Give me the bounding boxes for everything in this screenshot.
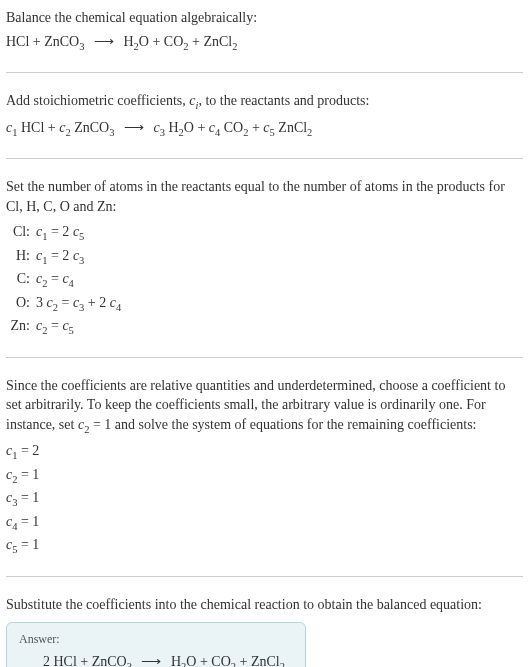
divider xyxy=(6,357,523,358)
coeff-row: c5 = 1 xyxy=(6,535,523,557)
balanced-equation: 2 HCl + ZnCO3 ⟶ H2O + CO2 + ZnCl2 xyxy=(19,652,293,667)
instruction-text: Set the number of atoms in the reactants… xyxy=(6,177,523,216)
atom-row: H: c1 = 2 c3 xyxy=(10,246,523,268)
constraint-equation: c2 = c4 xyxy=(36,269,74,291)
constraint-equation: 3 c2 = c3 + 2 c4 xyxy=(36,293,121,315)
divider xyxy=(6,576,523,577)
divider xyxy=(6,158,523,159)
atom-row: C: c2 = c4 xyxy=(10,269,523,291)
coeff-row: c1 = 2 xyxy=(6,441,523,463)
instruction-text: Since the coefficients are relative quan… xyxy=(6,376,523,438)
divider xyxy=(6,72,523,73)
element-label: Cl: xyxy=(10,222,36,242)
problem-statement: Balance the chemical equation algebraica… xyxy=(6,8,523,28)
constraint-equation: c1 = 2 c5 xyxy=(36,222,84,244)
section-atom-balance: Set the number of atoms in the reactants… xyxy=(6,177,523,339)
element-label: C: xyxy=(10,269,36,289)
instruction-text: Substitute the coefficients into the che… xyxy=(6,595,523,615)
element-label: Zn: xyxy=(10,316,36,336)
constraint-equation: c1 = 2 c3 xyxy=(36,246,84,268)
answer-label: Answer: xyxy=(19,631,293,648)
element-label: H: xyxy=(10,246,36,266)
element-label: O: xyxy=(10,293,36,313)
coeff-row: c2 = 1 xyxy=(6,465,523,487)
coeff-row: c3 = 1 xyxy=(6,488,523,510)
atom-row: Cl: c1 = 2 c5 xyxy=(10,222,523,244)
section-add-coefficients: Add stoichiometric coefficients, ci, to … xyxy=(6,91,523,140)
section-problem: Balance the chemical equation algebraica… xyxy=(6,8,523,54)
constraint-equation: c2 = c5 xyxy=(36,316,74,338)
instruction-text: Add stoichiometric coefficients, ci, to … xyxy=(6,91,523,113)
coefficient-solution-list: c1 = 2 c2 = 1 c3 = 1 c4 = 1 c5 = 1 xyxy=(6,441,523,557)
atom-row: O: 3 c2 = c3 + 2 c4 xyxy=(10,293,523,315)
section-answer: Substitute the coefficients into the che… xyxy=(6,595,523,667)
atom-row: Zn: c2 = c5 xyxy=(10,316,523,338)
answer-box: Answer: 2 HCl + ZnCO3 ⟶ H2O + CO2 + ZnCl… xyxy=(6,622,306,667)
coeff-row: c4 = 1 xyxy=(6,512,523,534)
arbitrary-choice: c2 = 1 xyxy=(78,417,111,432)
atom-constraints-table: Cl: c1 = 2 c5 H: c1 = 2 c3 C: c2 = c4 O:… xyxy=(10,222,523,338)
coefficient-equation: c1 HCl + c2 ZnCO3 ⟶ c3 H2O + c4 CO2 + c5… xyxy=(6,118,523,140)
unbalanced-equation: HCl + ZnCO3 ⟶ H2O + CO2 + ZnCl2 xyxy=(6,32,523,54)
section-solve: Since the coefficients are relative quan… xyxy=(6,376,523,558)
